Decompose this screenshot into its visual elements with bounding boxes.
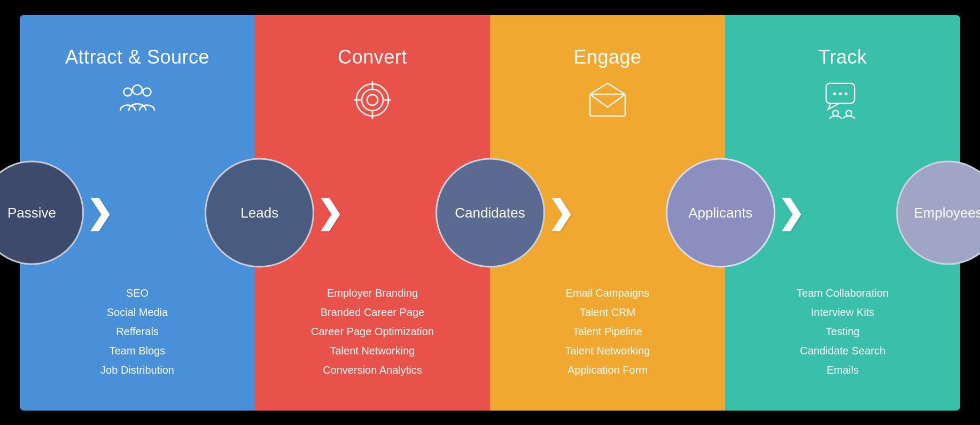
svg-point-14 [845,92,847,95]
chevron-2: ❯ [316,197,343,229]
attract-icon [113,76,161,124]
circle-candidates: Candidates [435,158,545,267]
circle-employees: Employees [896,160,980,265]
convert-features: Employer Branding Branded Career Page Ca… [311,283,434,380]
chevron-3: ❯ [547,197,574,229]
circle-passive: Passive [0,160,84,265]
circle-applicants: Applicants [666,158,775,267]
passive-label: Passive [7,204,56,221]
convert-title: Convert [338,46,407,68]
leads-label: Leads [240,204,278,221]
employees-label: Employees [914,204,980,221]
employees-group: Employees [896,160,980,265]
leads-group: Leads ❯ [205,158,345,267]
svg-point-0 [133,85,142,95]
passive-group: Passive ❯ [0,160,115,265]
candidates-label: Candidates [455,204,525,221]
svg-point-4 [362,89,383,111]
svg-point-2 [143,88,151,96]
attract-features: SEO Social Media Refferals Team Blogs Jo… [100,283,174,380]
svg-point-16 [846,110,852,116]
track-features: Team Collaboration Interview Kits Testin… [797,283,889,380]
svg-point-12 [833,92,836,95]
engage-features: Email Campaigns Talent CRM Talent Pipeli… [565,283,650,380]
engage-icon [584,76,632,124]
chevron-1: ❯ [86,197,113,229]
engage-title: Engage [573,46,641,68]
circles-row: Passive ❯ Leads ❯ Candidates ❯ Applicant… [20,158,960,267]
chevron-4: ❯ [777,197,804,229]
svg-point-5 [367,95,378,105]
track-icon [819,76,867,124]
applicants-group: Applicants ❯ [666,158,806,267]
track-title: Track [818,46,867,68]
circle-leads: Leads [205,158,314,267]
svg-point-13 [839,92,842,95]
applicants-label: Applicants [688,204,752,221]
convert-icon [348,76,396,124]
diagram: Attract & Source [20,15,960,411]
attract-title: Attract & Source [65,46,209,68]
svg-point-15 [833,110,838,116]
candidates-group: Candidates ❯ [435,158,576,267]
svg-point-1 [123,88,131,96]
